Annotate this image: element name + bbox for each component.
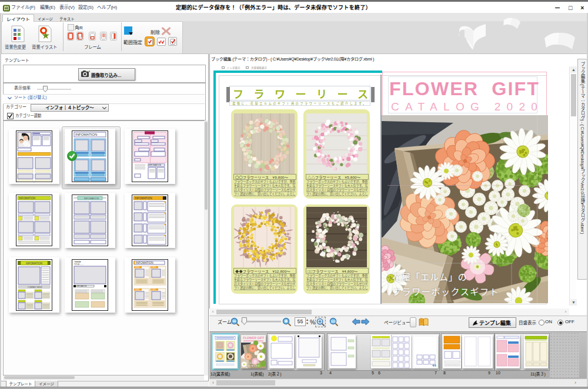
svg-text:INFOMATION: INFOMATION <box>77 285 86 287</box>
svg-text:INFOMATION: INFOMATION <box>136 261 153 264</box>
svg-text:INFOMATION: INFOMATION <box>26 262 42 265</box>
svg-text:100: 100 <box>330 320 336 323</box>
svg-text:INFOMATION: INFOMATION <box>149 164 162 166</box>
svg-text:TOPIC: TOPIC <box>151 266 156 269</box>
svg-text:44: 44 <box>432 364 436 367</box>
svg-text:INFOMATION: INFOMATION <box>84 197 99 200</box>
svg-text:フラワーボックス: フラワーボックス <box>243 364 260 367</box>
svg-text:INFOMATION: INFOMATION <box>19 197 35 200</box>
svg-text:TOPIC: TOPIC <box>135 266 140 269</box>
svg-text:INFOMATION: INFOMATION <box>75 133 97 136</box>
svg-text:FLOWER GIFT: FLOWER GIFT <box>243 336 265 340</box>
svg-text:TOPIC: TOPIC <box>151 289 156 291</box>
svg-text:COMPANY NEWS: COMPANY NEWS <box>28 286 42 289</box>
svg-text:INFOMATION: INFOMATION <box>135 197 152 200</box>
svg-text:TITLE ......: TITLE ...... <box>74 263 83 266</box>
svg-text:BK: BK <box>5 7 9 10</box>
svg-text:TOPIC: TOPIC <box>135 289 140 291</box>
svg-text:花屋「エルム」の: 花屋「エルム」の <box>243 361 260 364</box>
